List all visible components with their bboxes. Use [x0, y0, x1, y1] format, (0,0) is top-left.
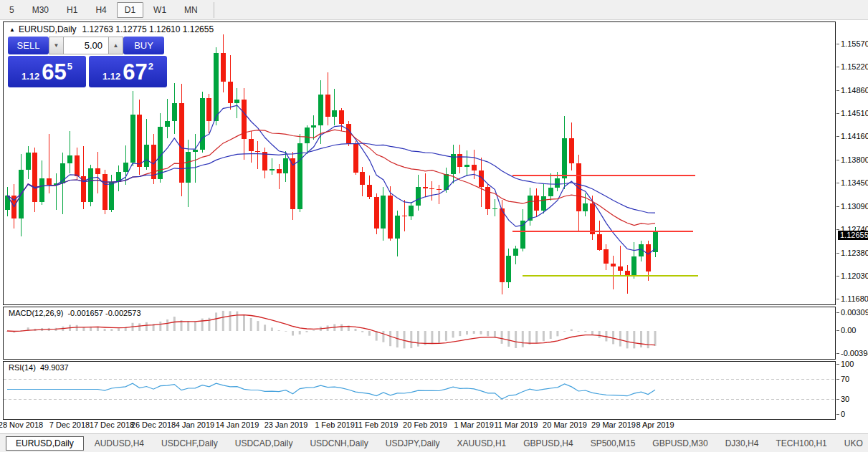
price-axis: 1.155701.152201.148601.145101.141601.138… — [837, 21, 868, 433]
macd-histogram-bar — [563, 331, 566, 332]
chart-tab-usdjpy[interactable]: USDJPY,Daily — [378, 436, 448, 451]
candle-body — [277, 169, 282, 173]
volume-decrease-button[interactable]: ▼ — [49, 37, 64, 54]
collapse-triangle-icon[interactable]: ▲ — [9, 27, 15, 33]
macd-histogram-bar — [487, 331, 489, 336]
timeframe-button-mn[interactable]: MN — [176, 2, 206, 18]
candle-body — [562, 138, 567, 178]
chart-tab-sp500[interactable]: SP500,M15 — [583, 436, 644, 451]
chart-header: ▲ EURUSD,Daily 1.12763 1.12775 1.12610 1… — [9, 24, 214, 34]
sell-price-pip: 5 — [67, 61, 72, 72]
macd-panel: MACD(12,26,9)-0.001657 -0.002573 — [3, 307, 836, 360]
candle-body — [409, 206, 414, 216]
macd-histogram-bar — [194, 322, 196, 331]
timeframe-button-h4[interactable]: H4 — [87, 2, 114, 18]
candle-body — [214, 53, 219, 121]
macd-histogram-bar — [313, 330, 315, 331]
date-axis-label: 11 Feb 2019 — [355, 420, 399, 429]
candle-body — [360, 172, 365, 184]
candle-body — [137, 115, 142, 167]
macd-histogram-bar — [459, 331, 461, 336]
chart-tab-usdcnh[interactable]: USDCNH,Daily — [302, 436, 376, 451]
macd-histogram-bar — [222, 311, 224, 331]
chart-tab-audusd[interactable]: AUDUSD,H4 — [87, 436, 152, 451]
candle-body — [604, 249, 609, 263]
macd-histogram-bar — [271, 327, 273, 331]
date-axis-label: 23 Jan 2019 — [264, 420, 308, 429]
candle-body — [472, 165, 477, 170]
rsi-chart — [4, 362, 835, 419]
candle-body — [144, 145, 149, 167]
candle-body — [631, 256, 636, 277]
candle-body — [485, 187, 490, 209]
timeframe-button-5[interactable]: 5 — [1, 2, 22, 18]
candle-body — [318, 95, 323, 125]
timeframe-button-m30[interactable]: M30 — [24, 2, 57, 18]
timeframe-button-h1[interactable]: H1 — [59, 2, 85, 18]
macd-histogram-bar — [452, 331, 454, 337]
macd-histogram-bar — [76, 325, 78, 331]
macd-histogram-bar — [229, 311, 232, 331]
macd-histogram-bar — [640, 331, 642, 347]
macd-histogram-bar — [410, 331, 412, 348]
rsi-line — [7, 383, 655, 399]
chart-tab-eurusd[interactable]: EURUSD,Daily — [6, 436, 84, 451]
candle-body — [193, 150, 198, 152]
buy-button[interactable]: BUY — [123, 37, 164, 54]
price-axis-label: 1.15570 — [841, 39, 868, 49]
price-axis-label: 1.11680 — [841, 294, 868, 304]
chart-tab-dj30[interactable]: DJ30,H4 — [717, 436, 767, 451]
macd-histogram-bar — [535, 331, 538, 343]
candle-body — [26, 153, 31, 170]
macd-histogram-bar — [299, 331, 301, 335]
chart-tab-usdchf[interactable]: USDCHF,Daily — [153, 436, 226, 451]
timeframe-button-d1[interactable]: D1 — [117, 2, 143, 18]
chart-tab-uko[interactable]: UKO — [836, 436, 868, 451]
buy-price-button[interactable]: 1.12 67 2 — [89, 56, 167, 87]
chart-tab-usdcad[interactable]: USDCAD,Daily — [227, 436, 301, 451]
candle-body — [158, 127, 163, 178]
volume-input[interactable] — [64, 37, 108, 54]
candle-body — [283, 158, 288, 173]
price-axis-label: 1.14860 — [841, 86, 868, 95]
timeframe-button-w1[interactable]: W1 — [146, 2, 174, 18]
candle-body — [576, 163, 581, 212]
macd-histogram-bar — [473, 331, 475, 334]
sell-button[interactable]: SELL — [8, 37, 49, 54]
chart-tab-xauusd[interactable]: XAUUSD,H1 — [449, 436, 515, 451]
chart-tab-bar: EURUSD,DailyAUDUSD,H4USDCHF,DailyUSDCAD,… — [0, 433, 868, 452]
candle-body — [200, 98, 205, 150]
macd-histogram-bar — [571, 330, 573, 331]
chart-tab-gbpusd[interactable]: GBPUSD,M30 — [644, 436, 715, 451]
macd-indicator-name: MACD(12,26,9) — [9, 309, 63, 317]
candle-body — [95, 168, 100, 174]
candle-body — [88, 168, 93, 202]
date-axis-label: 28 Nov 2018 — [0, 420, 43, 429]
chart-tab-tech100[interactable]: TECH100,H1 — [768, 436, 834, 451]
date-axis-label: 20 Mar 2019 — [543, 420, 587, 429]
rsi-axis-label: 70 — [841, 375, 849, 384]
macd-axis-label: -0.003947 — [841, 349, 868, 358]
candle-body — [534, 196, 539, 211]
candle-body — [186, 152, 191, 183]
sell-price-button[interactable]: 1.12 65 5 — [8, 56, 86, 87]
macd-histogram-bar — [292, 331, 294, 336]
candle-body — [583, 203, 588, 211]
candle-body — [290, 158, 295, 209]
candle-body — [249, 139, 254, 151]
macd-histogram-bar — [543, 331, 545, 341]
candle-body — [548, 188, 553, 197]
chart-tab-gbpusd[interactable]: GBPUSD,H4 — [515, 436, 581, 451]
macd-histogram-bar — [584, 331, 586, 332]
toolbar-separator — [214, 2, 214, 18]
volume-increase-button[interactable]: ▲ — [108, 37, 123, 54]
candle-body — [305, 128, 310, 143]
date-axis-label: 1 Mar 2019 — [454, 420, 494, 429]
date-axis-label: 17 Dec 2018 — [90, 420, 134, 429]
macd-histogram-bar — [633, 331, 635, 348]
macd-histogram-bar — [361, 331, 363, 332]
date-axis-label: 4 Jan 2019 — [176, 420, 214, 429]
macd-histogram-bar — [626, 331, 629, 348]
candle-body — [206, 98, 211, 121]
current-price-tag: 1.12655 — [838, 231, 868, 240]
